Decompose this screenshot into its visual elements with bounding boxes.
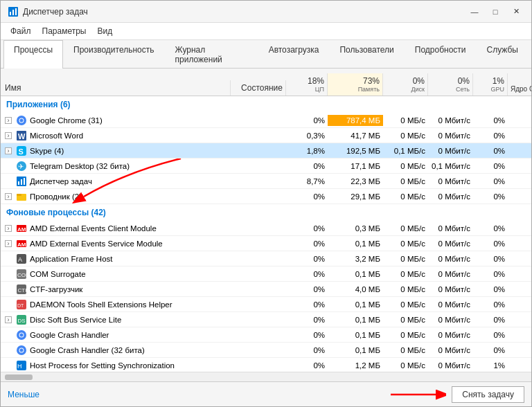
menu-file[interactable]: Файл (5, 24, 37, 38)
process-net: 0 Мбит/с (428, 130, 473, 141)
expand-btn[interactable]: › (5, 225, 12, 232)
table-row[interactable]: › DS Disc Soft Bus Service Lite 0% 0,1 М… (1, 312, 531, 327)
table-row[interactable]: › AMD AMD External Events Client Module … (1, 221, 531, 236)
process-cpu: 0% (286, 329, 328, 341)
process-gpu: 0% (473, 238, 508, 249)
end-task-button[interactable]: Снять задачу (452, 386, 524, 403)
taskmgr-icon (16, 176, 27, 187)
table-row[interactable]: › AMD AMD External Events Service Module… (1, 236, 531, 251)
table-row[interactable]: › S Skype (4) 1,8% 192,5 МБ 0,1 МБ/с 0 М… (1, 143, 531, 159)
arrow-endtask (391, 384, 446, 405)
process-gpu: 0% (473, 269, 508, 280)
expand-btn[interactable]: › (5, 132, 12, 139)
col-gpu[interactable]: 1% GPU (473, 73, 508, 96)
table-row[interactable]: › Google Chrome (31) 0% 787,4 МБ 0 МБ/с … (1, 113, 531, 128)
expand-btn[interactable]: › (5, 316, 12, 323)
process-name: › AMD AMD External Events Client Module (2, 221, 231, 235)
process-net: 0 Мбит/с (428, 145, 473, 156)
expand-btn[interactable]: › (5, 193, 12, 200)
tab-details[interactable]: Подробности (405, 40, 477, 69)
tab-startup[interactable]: Автозагрузка (258, 40, 330, 69)
svg-text:S: S (19, 147, 24, 156)
process-name: › S Skype (4) (2, 144, 231, 158)
svg-text:AMD: AMD (17, 226, 27, 233)
col-status[interactable]: Состояние (231, 80, 286, 96)
svg-rect-18 (17, 194, 21, 196)
menu-settings[interactable]: Параметры (37, 24, 92, 38)
horizontal-scrollbar[interactable] (1, 372, 531, 381)
col-name[interactable]: Имя (2, 80, 231, 96)
tabs-bar: Процессы Производительность Журнал прило… (1, 40, 531, 69)
svg-rect-3 (15, 8, 17, 15)
footer-right: Снять задачу (391, 384, 524, 405)
svg-rect-14 (18, 181, 19, 185)
process-disk: 0 МБ/с (383, 130, 428, 141)
table-row[interactable]: COM COM Surrogate 0% 0,1 МБ 0 МБ/с 0 Мби… (1, 266, 531, 282)
process-gpuengine (508, 273, 531, 275)
process-gpu: 0% (473, 145, 508, 156)
table-row[interactable]: ✈ Telegram Desktop (32 бита) 0% 17,1 МБ … (1, 159, 531, 174)
col-gpu-engine[interactable]: Ядро GPU (508, 82, 531, 96)
menu-bar: Файл Параметры Вид (1, 23, 531, 40)
process-mem: 0,1 МБ (328, 314, 383, 325)
process-name: ✈ Telegram Desktop (32 бита) (2, 159, 231, 173)
process-disk: 0 МБ/с (383, 238, 428, 249)
process-name: CTF CTF-загрузчик (2, 282, 231, 296)
process-disk: 0 МБ/с (383, 299, 428, 310)
process-net: 0 Мбит/с (428, 314, 473, 325)
table-row[interactable]: › W Microsoft Word 0,3% 41,7 МБ 0 МБ/с 0… (1, 128, 531, 143)
tab-services[interactable]: Службы (477, 40, 529, 69)
process-status (231, 273, 286, 275)
svg-point-35 (20, 333, 24, 336)
expand-btn[interactable]: › (5, 147, 12, 154)
process-mem: 4,0 МБ (328, 284, 383, 295)
table-row[interactable]: Google Crash Handler (32 бита) 0% 0,1 МБ… (1, 343, 531, 358)
expand-btn[interactable]: › (5, 117, 12, 124)
menu-view[interactable]: Вид (91, 24, 118, 38)
table-row[interactable]: DT DAEMON Tools Shell Extensions Helper … (1, 297, 531, 312)
process-cpu: 1,8% (286, 145, 328, 156)
process-gpu: 0% (473, 130, 508, 141)
process-mem: 0,1 МБ (328, 299, 383, 310)
process-gpu: 0% (473, 345, 508, 356)
process-status (231, 195, 286, 198)
table-row[interactable]: H Host Process for Setting Synchronizati… (1, 358, 531, 372)
process-status (231, 165, 286, 168)
table-body[interactable]: Приложения (6) › Google Chrome (31) 0% 7… (1, 96, 531, 372)
table-row[interactable]: Google Crash Handler 0% 0,1 МБ 0 МБ/с 0 … (1, 327, 531, 343)
minimize-button[interactable]: — (465, 5, 484, 19)
less-label[interactable]: Меньше (8, 390, 39, 399)
process-cpu: 0% (286, 284, 328, 295)
window-title: Диспетчер задач (23, 7, 88, 17)
col-net[interactable]: 0% Сеть (428, 73, 473, 96)
taskmanager-icon (8, 6, 19, 17)
maximize-button[interactable]: □ (486, 5, 505, 19)
tab-processes[interactable]: Процессы (3, 40, 63, 69)
table-row[interactable]: CTF CTF-загрузчик 0% 4,0 МБ 0 МБ/с 0 Мби… (1, 282, 531, 297)
tab-app-history[interactable]: Журнал приложений (165, 40, 258, 69)
process-gpuengine (508, 349, 531, 352)
scrollbar-thumb-h[interactable] (5, 374, 33, 380)
process-status (231, 150, 286, 152)
table-row[interactable]: › Проводник (2) 0% 29,1 МБ 0 МБ/с 0 Мбит… (1, 189, 531, 204)
task-manager-window: Диспетчер задач — □ ✕ Файл Параметры Вид… (0, 0, 532, 407)
tab-performance[interactable]: Производительность (63, 40, 164, 69)
process-net: 0 Мбит/с (428, 360, 473, 371)
process-net: 0 Мбит/с (428, 223, 473, 234)
col-disk[interactable]: 0% Диск (383, 73, 428, 96)
table-row[interactable]: A Application Frame Host 0% 3,2 МБ 0 МБ/… (1, 251, 531, 266)
crash-icon (16, 329, 27, 341)
process-gpu: 0% (473, 176, 508, 187)
col-cpu[interactable]: 18% ЦП (286, 73, 328, 96)
tab-users[interactable]: Пользователи (329, 40, 404, 69)
close-button[interactable]: ✕ (506, 5, 526, 19)
expand-btn[interactable]: › (5, 240, 12, 247)
process-status (231, 242, 286, 245)
svg-text:COM: COM (17, 272, 27, 278)
col-memory[interactable]: 73% Память (328, 73, 383, 96)
process-status (231, 288, 286, 291)
process-status (231, 334, 286, 336)
process-mem: 29,1 МБ (328, 191, 383, 202)
table-row[interactable]: Диспетчер задач 8,7% 22,3 МБ 0 МБ/с 0 Мб… (1, 174, 531, 189)
process-net: 0 Мбит/с (428, 191, 473, 202)
